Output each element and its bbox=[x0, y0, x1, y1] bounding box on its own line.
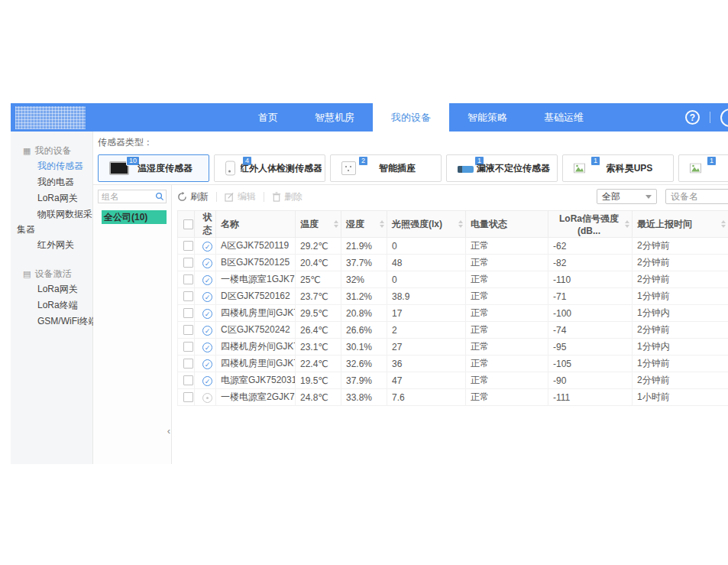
row-checkbox[interactable] bbox=[183, 392, 193, 402]
humidity-cell: 37.7% bbox=[341, 255, 387, 271]
column-header-label: 温度 bbox=[300, 218, 319, 231]
sidebar-gap bbox=[11, 253, 92, 264]
status-cell: ✓ bbox=[195, 305, 216, 322]
device-name-link[interactable]: D区GJK7520162 bbox=[216, 288, 296, 305]
sensor-type-name: 智能插座 bbox=[357, 155, 438, 181]
help-icon[interactable]: ? bbox=[685, 110, 700, 125]
sensor-type-card[interactable]: 10温湿度传感器 bbox=[98, 154, 209, 182]
column-header[interactable]: 湿度 bbox=[341, 211, 387, 238]
sensor-type-card[interactable]: 1漏液不定位传感器 bbox=[446, 154, 558, 182]
device-name-link[interactable]: 电源室GJK7520312 bbox=[216, 372, 296, 389]
column-header[interactable]: 最近上报时间 bbox=[633, 211, 728, 238]
device-name-link[interactable]: C区GJK7520242 bbox=[216, 322, 296, 339]
row-checkbox[interactable] bbox=[183, 325, 193, 335]
column-header-label: 名称 bbox=[221, 218, 239, 231]
group-item[interactable]: 全公司(10) bbox=[102, 210, 167, 224]
sort-caret-icon[interactable] bbox=[334, 220, 338, 228]
row-checkbox[interactable] bbox=[183, 342, 193, 352]
last-report-cell: 2分钟前 bbox=[633, 271, 728, 288]
user-avatar-icon[interactable] bbox=[720, 109, 728, 127]
filter-select-value: 全部 bbox=[602, 190, 620, 203]
refresh-icon bbox=[177, 192, 187, 202]
nav-tab-2[interactable]: 我的设备 bbox=[373, 103, 449, 132]
sort-caret-icon[interactable] bbox=[721, 220, 726, 228]
select-all-checkbox[interactable] bbox=[183, 219, 193, 229]
sidebar-item[interactable]: LoRa网关 bbox=[11, 281, 92, 297]
table-row: ✓C区GJK752024226.4℃26.6%2正常-742分钟前 bbox=[178, 322, 728, 339]
sidebar-item[interactable]: 物联网数据采集器 bbox=[11, 206, 92, 237]
row-checkbox[interactable] bbox=[183, 241, 193, 251]
refresh-button[interactable]: 刷新 bbox=[177, 190, 209, 203]
device-name-link[interactable]: 一楼电源室1GJK752... bbox=[216, 271, 296, 288]
sensor-type-card[interactable]: 1索科昊UPS bbox=[562, 154, 674, 182]
row-checkbox[interactable] bbox=[183, 359, 193, 369]
row-checkbox[interactable] bbox=[183, 291, 193, 301]
column-header-label: 电量状态 bbox=[471, 218, 507, 231]
toolbar-divider bbox=[216, 192, 217, 202]
status-online-icon: ✓ bbox=[202, 326, 212, 336]
row-checkbox[interactable] bbox=[183, 375, 193, 385]
temperature-cell: 29.2℃ bbox=[296, 238, 341, 255]
nav-tab-0[interactable]: 首页 bbox=[240, 103, 296, 132]
status-cell: ✓ bbox=[195, 339, 216, 356]
sensor-type-card[interactable]: 2智能插座 bbox=[330, 154, 442, 182]
light-intensity-cell: 0 bbox=[387, 238, 466, 255]
delete-label: 删除 bbox=[284, 190, 303, 203]
row-checkbox[interactable] bbox=[183, 258, 193, 268]
nav-tab-3[interactable]: 智能策略 bbox=[449, 103, 526, 132]
sidebar-item[interactable]: LoRa终端 bbox=[11, 297, 92, 313]
sidebar-section-label: 设备激活 bbox=[34, 268, 71, 281]
search-icon[interactable] bbox=[155, 192, 164, 201]
group-search-input[interactable] bbox=[99, 192, 154, 201]
status-cell: ✓ bbox=[195, 255, 216, 271]
sort-caret-icon[interactable] bbox=[625, 220, 629, 228]
row-checkbox[interactable] bbox=[183, 308, 193, 318]
column-header[interactable]: LoRa信号强度(dB... bbox=[548, 211, 633, 238]
sidebar-item[interactable]: 我的电器 bbox=[11, 174, 92, 190]
column-header-label: 状态 bbox=[199, 211, 215, 237]
device-name-link[interactable]: 四楼机房里间GJK75... bbox=[216, 356, 296, 372]
sensor-type-name: 红外人体检测传感器 bbox=[241, 155, 322, 181]
column-header-label: LoRa信号强度(dB... bbox=[553, 213, 625, 236]
column-header: 状态 bbox=[195, 211, 216, 238]
sort-caret-icon[interactable] bbox=[380, 220, 384, 228]
sort-caret-icon[interactable] bbox=[458, 220, 463, 228]
last-report-cell: 1小时前 bbox=[633, 389, 728, 406]
status-online-icon: ✓ bbox=[202, 258, 212, 268]
device-name-link[interactable]: 四楼机房里间GJK75... bbox=[216, 305, 296, 322]
column-header[interactable]: 光照强度(lx) bbox=[387, 211, 466, 238]
status-online-icon: ✓ bbox=[202, 359, 212, 369]
group-search-box bbox=[98, 190, 167, 203]
sensor-type-card[interactable]: 4红外人体检测传感器 bbox=[214, 154, 325, 182]
device-name-link[interactable]: A区GJK7520119 bbox=[216, 238, 296, 255]
device-name-input[interactable] bbox=[665, 189, 728, 204]
column-header[interactable]: 温度 bbox=[296, 211, 341, 238]
delete-button[interactable]: 删除 bbox=[272, 190, 303, 203]
device-name-link[interactable]: 四楼机房外间GJK75... bbox=[216, 339, 296, 356]
sidebar-item[interactable]: GSM/WiFi终端 bbox=[11, 313, 92, 330]
sidebar-item[interactable]: LoRa网关 bbox=[11, 190, 92, 206]
sensor-type-card[interactable]: 1 bbox=[678, 154, 728, 182]
device-name-link[interactable]: 一楼电源室2GJK752... bbox=[216, 389, 296, 406]
edit-button[interactable]: 编辑 bbox=[225, 190, 256, 203]
filter-select[interactable]: 全部 bbox=[597, 189, 657, 204]
row-checkbox-cell bbox=[178, 356, 195, 372]
light-intensity-cell: 36 bbox=[387, 356, 466, 372]
status-online-icon: ✓ bbox=[202, 275, 212, 285]
humidity-cell: 26.6% bbox=[341, 322, 387, 339]
collapse-panel-handle[interactable]: ‹ bbox=[167, 426, 170, 436]
nav-tab-1[interactable]: 智慧机房 bbox=[296, 103, 373, 132]
sidebar-item[interactable]: 我的传感器 bbox=[11, 158, 92, 174]
app-body: ▦我的设备我的传感器我的电器LoRa网关物联网数据采集器红外网关▤设备激活LoR… bbox=[11, 132, 728, 464]
sensor-type-name: 温湿度传感器 bbox=[125, 155, 205, 181]
table-row: ✓一楼电源室1GJK752...25℃32%0正常-1102分钟前 bbox=[178, 271, 728, 288]
sidebar-item[interactable]: 红外网关 bbox=[11, 237, 92, 253]
nav-tab-4[interactable]: 基础运维 bbox=[526, 103, 602, 132]
status-cell: ✓ bbox=[195, 271, 216, 288]
temperature-cell: 26.4℃ bbox=[296, 322, 341, 339]
device-name-link[interactable]: B区GJK7520125 bbox=[216, 255, 296, 271]
screenshot-canvas: 首页智慧机房我的设备智能策略基础运维 ? ▦我的设备我的传感器我的电器LoRa网… bbox=[0, 0, 728, 565]
lora-signal-cell: -111 bbox=[548, 389, 633, 406]
table-row: ✓四楼机房外间GJK75...23.1℃30.1%27正常-951分钟内 bbox=[178, 339, 728, 356]
row-checkbox[interactable] bbox=[183, 274, 193, 284]
